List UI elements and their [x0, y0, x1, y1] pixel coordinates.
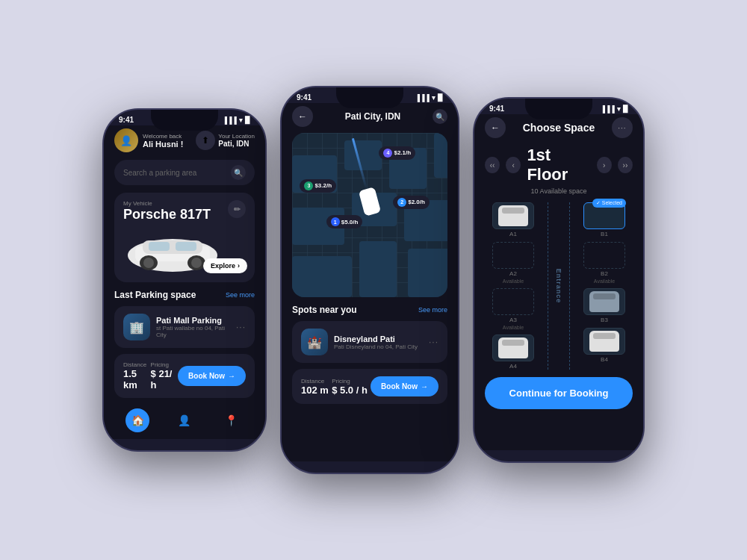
nav-location[interactable]: 📍: [220, 408, 244, 432]
battery-icon-2: ▉: [438, 94, 443, 102]
prev-floor-1[interactable]: ‹‹: [485, 157, 500, 173]
space-a1[interactable]: A1: [485, 202, 542, 237]
book-now-btn-1[interactable]: Book Now →: [178, 366, 246, 386]
status-a2: Available: [503, 279, 524, 284]
parking-footer: Distance 1.5 km Pricing $ 21/ h Book Now…: [114, 354, 255, 398]
continue-booking-btn[interactable]: Continue for Booking: [485, 377, 633, 409]
col-right: ✓ Selected B1 B2 Available: [576, 202, 633, 370]
map-container: 1 $5.0/h 2 $2.0/h 3 $3.2/h 4 $2.1/h: [292, 133, 447, 297]
space-b4[interactable]: B4: [576, 328, 633, 363]
search-icon[interactable]: 🔍: [231, 165, 246, 180]
label-a4: A4: [509, 363, 517, 370]
selected-badge: ✓ Selected: [592, 199, 626, 208]
search-bar[interactable]: Search a parking area 🔍: [114, 160, 255, 185]
p2-header: ← Pati City, IDN 🔍: [292, 106, 447, 127]
svg-point-8: [191, 258, 202, 268]
status-b2: Available: [594, 279, 615, 284]
parking-grid-container: A1 A2 Available A3 Available: [485, 202, 633, 370]
explore-btn[interactable]: Explore ›: [203, 258, 247, 273]
pricing-group: Pricing $ 21/ h: [151, 361, 179, 391]
see-more-2[interactable]: See more: [418, 306, 447, 314]
price-tag-1: 1 $5.0/h: [326, 215, 363, 228]
label-a3: A3: [509, 317, 517, 323]
next-floor-2[interactable]: ››: [618, 157, 633, 173]
car-space-b3: [583, 288, 625, 315]
location-pill: Pati City, IDN: [313, 111, 433, 122]
p3-header: ← Choose Space ···: [485, 117, 633, 138]
avatar: 👤: [114, 128, 138, 152]
map-block: [434, 133, 447, 178]
car-illustration: [120, 224, 214, 276]
space-b1[interactable]: ✓ Selected B1: [576, 202, 633, 237]
pricing-val-2: $ 5.0 / h: [332, 385, 368, 396]
car-space-b1: ✓ Selected: [583, 202, 625, 229]
back-btn-2[interactable]: ←: [292, 106, 313, 127]
space-b2[interactable]: B2 Available: [576, 242, 633, 284]
book-now-btn-2[interactable]: Book Now →: [371, 376, 438, 396]
space-b3[interactable]: B3: [576, 288, 633, 323]
notch-1: [151, 110, 218, 131]
spots-header: Spots near you See more: [292, 305, 447, 315]
space-a2[interactable]: A2 Available: [485, 242, 542, 284]
spot-footer: Distance 102 m Pricing $ 5.0 / h Book No…: [292, 369, 447, 404]
map-block: [292, 256, 352, 297]
price-tag-4: 4 $2.1/h: [379, 146, 415, 160]
user-name: Ali Husni !: [143, 140, 183, 149]
location-icon: ⬆: [196, 131, 215, 150]
label-b4: B4: [601, 356, 608, 363]
pricing-val: $ 21/ h: [151, 368, 179, 391]
more-btn[interactable]: ···: [612, 117, 633, 138]
label-a2: A2: [509, 270, 517, 277]
spot-thumb: 🏰: [301, 329, 328, 355]
label-b2: B2: [601, 270, 608, 277]
nav-home[interactable]: 🏠: [125, 408, 149, 432]
car-space-b4: [583, 328, 625, 355]
svg-rect-3: [149, 242, 170, 251]
last-parking-header: Last Parking space See more: [114, 290, 255, 300]
welcome-text: Welcome back: [143, 133, 183, 140]
vehicle-card: My Vehicle Porsche 817T ✏: [114, 193, 255, 282]
location-label: Your Location: [218, 133, 255, 140]
floor-title: 1st Floor: [527, 146, 590, 184]
space-a3[interactable]: A3 Available: [485, 288, 542, 330]
label-b3: B3: [601, 317, 608, 323]
distance-val-2: 102 m: [301, 385, 329, 396]
space-a4[interactable]: A4: [485, 335, 542, 370]
label-b1: B1: [601, 231, 608, 237]
car-a1: [498, 205, 528, 226]
price-num-1: 1: [331, 217, 340, 226]
distance-group-2: Distance 102 m: [301, 378, 329, 396]
available-count: 10 Available space: [485, 187, 633, 195]
search-icon-2[interactable]: 🔍: [433, 109, 447, 124]
parking-name: Pati Mall Parking: [156, 316, 230, 325]
signal-icon: ▐▐▐: [223, 116, 237, 124]
phone-3: 9:41 ▐▐▐ ▾ ▉ ← Choose Space ··· ‹‹ ‹ 1st…: [473, 97, 645, 463]
pricing-label-2: Pricing: [332, 378, 368, 385]
car-space-b2: [583, 242, 625, 269]
spot-name: Disneyland Pati: [334, 335, 423, 343]
parking-card: 🏢 Pati Mall Parking st Pati wallabe no 0…: [114, 306, 255, 348]
nav-profile[interactable]: 👤: [173, 408, 196, 432]
pricing-label: Pricing: [151, 361, 179, 368]
time-3: 9:41: [489, 105, 504, 113]
col-left: A1 A2 Available A3 Available: [485, 202, 542, 370]
price-num-3: 3: [304, 181, 313, 190]
choose-space-title: Choose Space: [523, 122, 595, 134]
wifi-icon: ▾: [239, 116, 243, 124]
spot-addr: Pati Disneyland no 04, Pati City: [334, 343, 423, 350]
prev-floor-2[interactable]: ‹: [506, 157, 521, 173]
phone-2: 9:41 ▐▐▐ ▾ ▉ ← Pati City, IDN 🔍: [280, 86, 459, 474]
back-btn-3[interactable]: ←: [485, 117, 506, 138]
map-block: [344, 140, 382, 170]
signal-icon-2: ▐▐▐: [415, 94, 430, 102]
map-block: [359, 241, 397, 297]
next-floor-1[interactable]: ›: [597, 157, 612, 173]
signal-icon-3: ▐▐▐: [601, 105, 615, 113]
parking-dots[interactable]: ···: [236, 322, 246, 332]
label-a1: A1: [509, 231, 517, 237]
price-tag-2: 2 $2.0/h: [393, 196, 430, 209]
parking-info: Pati Mall Parking st Pati wallabe no 04,…: [156, 316, 230, 338]
see-more-1[interactable]: See more: [226, 291, 255, 299]
spot-dots[interactable]: ···: [429, 337, 438, 347]
edit-icon[interactable]: ✏: [228, 200, 246, 218]
